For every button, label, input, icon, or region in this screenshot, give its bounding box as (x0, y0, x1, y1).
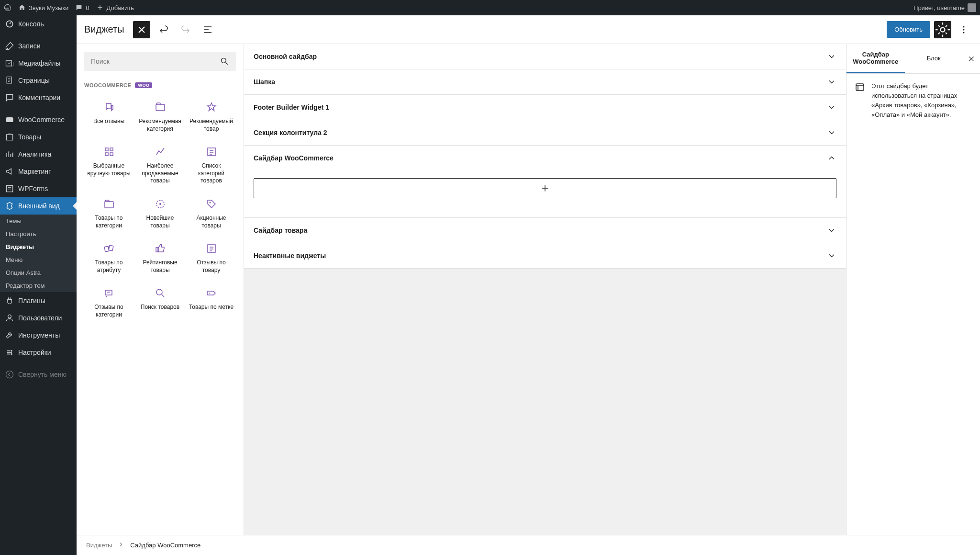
svg-point-11 (6, 371, 13, 378)
block-item[interactable]: Рейтинговые товары (135, 237, 185, 280)
sidebar-item-media[interactable]: Медиафайлы (0, 55, 77, 72)
svg-point-16 (221, 58, 226, 63)
review-cat-icon (103, 287, 115, 299)
svg-rect-19 (110, 148, 113, 151)
block-label: Отзывы по товару (189, 259, 234, 274)
sidebar-submenu: Темы Настроить Виджеты Меню Опции Astra … (0, 215, 77, 292)
widget-area-header[interactable]: Неактивные виджеты (244, 243, 846, 268)
sidebar-label: Медиафайлы (18, 59, 60, 67)
chevron-icon (827, 251, 836, 261)
add-new[interactable]: Добавить (96, 4, 134, 11)
sidebar-item-marketing[interactable]: Маркетинг (0, 163, 77, 180)
widget-area-title: Шапка (254, 78, 275, 86)
list-view-button[interactable] (199, 21, 216, 38)
sidebar-item-woocommerce[interactable]: WooCommerce (0, 111, 77, 128)
chevron-icon (827, 77, 836, 87)
sub-theme-editor[interactable]: Редактор тем (0, 279, 77, 292)
search-input[interactable] (91, 57, 220, 65)
block-item[interactable]: Выбранные вручную товары (84, 140, 134, 191)
avatar (968, 3, 976, 12)
block-item[interactable]: Новейшие товары (135, 193, 185, 235)
sub-widgets[interactable]: Виджеты (0, 240, 77, 253)
more-options-button[interactable] (955, 21, 972, 38)
sidebar-item-posts[interactable]: Записи (0, 37, 77, 55)
block-label: Выбранные вручную товары (86, 162, 132, 177)
sidebar-item-wpforms[interactable]: WPForms (0, 180, 77, 197)
widget-area-title: Сайдбар товара (254, 227, 307, 234)
svg-point-8 (8, 315, 11, 318)
block-item[interactable]: Отзывы по товару (187, 237, 236, 280)
widget-area-header[interactable]: Шапка (244, 69, 846, 94)
sub-themes[interactable]: Темы (0, 215, 77, 227)
block-item[interactable]: Отзывы по категории (84, 282, 134, 324)
svg-rect-23 (105, 202, 113, 208)
sidebar-item-users[interactable]: Пользователи (0, 309, 77, 327)
breadcrumb-root[interactable]: Виджеты (86, 542, 112, 549)
widget-area-header[interactable]: Основной сайдбар (244, 44, 846, 69)
widget-area-title: Основной сайдбар (254, 53, 317, 60)
widget-area-header[interactable]: Секция колонтитула 2 (244, 120, 846, 145)
add-block-button[interactable] (254, 178, 836, 198)
widget-area-header[interactable]: Footer Builder Widget 1 (244, 95, 846, 120)
svg-rect-18 (105, 148, 108, 151)
block-inserter-panel: WOOCOMMERCE WOO Все отзывыРекомендуемая … (77, 44, 244, 535)
settings-tabs: Сайдбар WooCommerce Блок (846, 44, 980, 74)
tab-widget-area[interactable]: Сайдбар WooCommerce (846, 44, 905, 73)
block-item[interactable]: Наиболее продаваемые товары (135, 140, 185, 191)
block-item[interactable]: Все отзывы (84, 96, 134, 138)
sub-astra[interactable]: Опции Astra (0, 266, 77, 279)
sidebar-collapse[interactable]: Свернуть меню (0, 366, 77, 383)
comments-count[interactable]: 0 (75, 4, 89, 11)
widget-area-header[interactable]: Сайдбар WooCommerce (244, 146, 846, 170)
svg-point-0 (4, 4, 11, 11)
update-button[interactable]: Обновить (887, 21, 930, 38)
sidebar-item-tools[interactable]: Инструменты (0, 327, 77, 344)
sidebar-description: Этот сайдбар будет использоваться на стр… (871, 81, 972, 120)
greeting[interactable]: Привет, username (913, 3, 976, 12)
block-item[interactable]: Акционные товары (187, 193, 236, 235)
svg-point-14 (963, 29, 965, 30)
sidebar-item-analytics[interactable]: Аналитика (0, 146, 77, 163)
sidebar-item-comments[interactable]: Комментарии (0, 89, 77, 106)
sidebar-item-products[interactable]: Товары (0, 128, 77, 146)
sidebar-icon (854, 81, 866, 93)
block-item[interactable]: Список категорий товаров (187, 140, 236, 191)
undo-button[interactable] (155, 21, 172, 38)
close-settings-button[interactable] (963, 55, 980, 63)
tab-block[interactable]: Блок (905, 48, 963, 70)
close-inserter-button[interactable] (133, 21, 150, 38)
block-item[interactable]: Товары по метке (187, 282, 236, 324)
search-box[interactable] (84, 52, 236, 71)
block-item[interactable]: Поиск товаров (135, 282, 185, 324)
chevron-icon (827, 153, 836, 163)
settings-button[interactable] (934, 21, 951, 38)
sidebar-item-appearance[interactable]: Внешний вид (0, 197, 77, 215)
widget-area-panel: Основной сайдбар (244, 44, 846, 69)
widget-area-panel: Неактивные виджеты (244, 243, 846, 269)
redo-button[interactable] (177, 21, 194, 38)
comments-num: 0 (86, 4, 89, 11)
block-item[interactable]: Товары по категории (84, 193, 134, 235)
sub-customize[interactable]: Настроить (0, 227, 77, 240)
sidebar-item-settings[interactable]: Настройки (0, 344, 77, 361)
sub-menus[interactable]: Меню (0, 253, 77, 266)
sidebar-label: WooCommerce (18, 116, 65, 124)
sidebar-item-pages[interactable]: Страницы (0, 72, 77, 89)
widget-area-header[interactable]: Сайдбар товара (244, 218, 846, 243)
sidebar-item-dashboard[interactable]: Консоль (0, 15, 77, 33)
svg-point-12 (941, 27, 945, 32)
block-item[interactable]: Товары по атрибуту (84, 237, 134, 280)
trend-icon (155, 146, 166, 158)
block-item[interactable]: Рекомендуемая категория (135, 96, 185, 138)
svg-point-33 (209, 293, 210, 294)
wp-logo[interactable] (4, 4, 11, 11)
block-item[interactable]: Рекомендуемый товар (187, 96, 236, 138)
tag-icon (206, 198, 217, 210)
new-icon (155, 198, 166, 210)
block-label: Акционные товары (189, 215, 234, 229)
site-name[interactable]: Звуки Музыки (18, 4, 68, 11)
sidebar-item-plugins[interactable]: Плагины (0, 292, 77, 309)
greeting-text: Привет, username (913, 4, 965, 11)
svg-point-15 (963, 32, 965, 33)
sidebar-label: WPForms (18, 185, 48, 193)
